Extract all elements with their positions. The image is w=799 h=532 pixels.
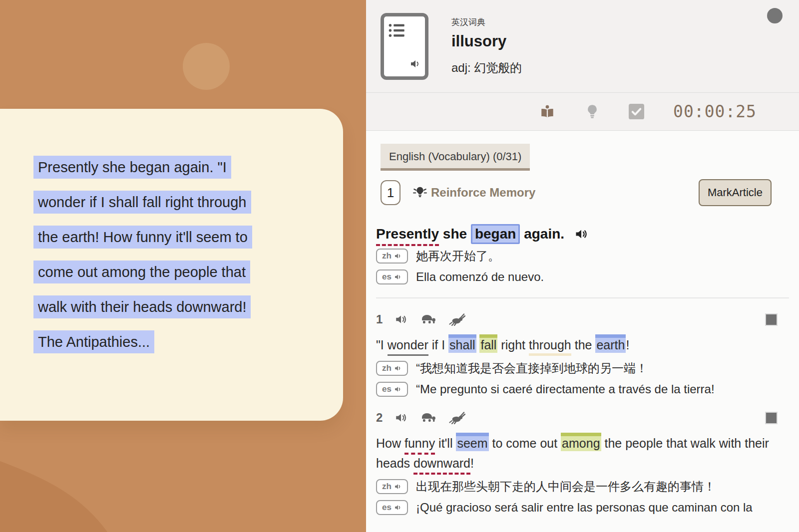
translation-row: zh 她再次开始了。 xyxy=(376,248,772,264)
word-segment[interactable]: funny xyxy=(404,436,435,455)
language-audio-badge[interactable]: es xyxy=(376,382,408,397)
word-segment: ! xyxy=(626,338,629,352)
sentence-block: 2 How funny it'll seem to come out among… xyxy=(376,411,772,515)
stop-button[interactable] xyxy=(765,412,778,424)
highlighted-line-text: come out among the people that xyxy=(33,261,250,283)
highlighted-line-text: wonder if I shall fall right through xyxy=(33,191,251,214)
speaker-icon xyxy=(394,273,402,281)
decorative-wave xyxy=(0,447,165,532)
translation-row: es “Me pregunto si caeré directamente a … xyxy=(376,381,772,397)
rabbit-fast-speed-icon[interactable] xyxy=(448,313,465,326)
stop-button[interactable] xyxy=(765,313,778,326)
translation-text: Ella comenzó de nuevo. xyxy=(416,269,544,284)
highlighted-line-text: the earth! How funny it'll seem to xyxy=(33,226,252,249)
study-content: English (Vocabulary) (0/31) 1 Reinforce … xyxy=(366,131,799,515)
study-timer: 00:00:25 xyxy=(673,102,757,121)
turtle-slow-speed-icon[interactable] xyxy=(419,412,436,423)
language-audio-badge[interactable]: zh xyxy=(376,249,408,264)
highlighted-line: walk with their heads downward! xyxy=(33,295,343,318)
speaker-icon xyxy=(394,252,402,260)
sentence-list: 1 "I wonder if I shall fall right throug… xyxy=(376,312,772,515)
translation-text: 出现在那些头朝下走的人中间会是一件多么有趣的事情！ xyxy=(416,479,716,494)
word-segment: if I xyxy=(428,338,448,352)
word-segment: right xyxy=(497,338,529,352)
highlighted-line-text: walk with their heads downward! xyxy=(33,295,251,318)
highlighted-line: The Antipathies... xyxy=(33,330,343,353)
sentence-block: 1 "I wonder if I shall fall right throug… xyxy=(376,312,772,397)
highlighted-line: the earth! How funny it'll seem to xyxy=(33,226,343,249)
word-segment: it'll xyxy=(435,436,456,450)
book-reader-icon[interactable] xyxy=(539,104,556,120)
list-icon xyxy=(389,23,405,40)
language-audio-badge[interactable]: zh xyxy=(376,479,408,494)
word-header: 英汉词典 illusory adj: 幻觉般的 xyxy=(366,0,799,93)
word-segment: "I xyxy=(376,338,388,352)
section-divider xyxy=(376,297,789,298)
translation-row: es Ella comenzó de nuevo. xyxy=(376,269,772,284)
translation-text: “Me pregunto si caeré directamente a tra… xyxy=(416,381,715,397)
flashcard-icon[interactable] xyxy=(381,13,428,80)
language-code: es xyxy=(382,384,392,394)
speaker-icon xyxy=(394,483,402,491)
translation-row: es ¡Qué gracioso será salir entre las pe… xyxy=(376,500,772,515)
turtle-slow-speed-icon[interactable] xyxy=(419,314,436,325)
word-segment[interactable]: through xyxy=(529,338,571,356)
language-audio-badge[interactable]: es xyxy=(376,500,408,515)
profile-circle[interactable] xyxy=(767,8,783,23)
word-segment: to come out xyxy=(489,436,561,450)
language-code: zh xyxy=(382,251,392,261)
toolbar: 00:00:25 xyxy=(366,93,799,131)
word-segment[interactable]: fall xyxy=(479,334,497,353)
speaker-icon[interactable] xyxy=(395,313,407,326)
language-code: zh xyxy=(382,482,392,492)
rabbit-fast-speed-icon[interactable] xyxy=(448,411,465,424)
word-segment[interactable]: seem xyxy=(456,433,488,451)
translation-row: zh “我想知道我是否会直接掉到地球的另一端！ xyxy=(376,360,772,376)
translation-row: zh 出现在那些头朝下走的人中间会是一件多么有趣的事情！ xyxy=(376,479,772,494)
word-segment: again. xyxy=(520,226,564,242)
sentence-toolbar: 1 xyxy=(376,312,772,326)
word-segment[interactable]: wonder xyxy=(388,338,428,356)
translation-text: ¡Qué gracioso será salir entre las perso… xyxy=(416,500,753,515)
decorative-circle xyxy=(183,43,230,90)
controls-row: 1 Reinforce Memory MarkArticle xyxy=(376,179,772,206)
language-audio-badge[interactable]: zh xyxy=(376,361,408,376)
tab-english-vocabulary[interactable]: English (Vocabulary) (0/31) xyxy=(381,144,530,171)
language-audio-badge[interactable]: es xyxy=(376,269,408,284)
reading-card: Presently she began again. "Iwonder if I… xyxy=(0,109,343,421)
word-segment: How xyxy=(376,436,404,450)
lightbulb-icon[interactable] xyxy=(585,103,600,120)
word-segment[interactable]: among xyxy=(561,433,601,451)
speaker-icon xyxy=(394,364,402,372)
speaker-icon xyxy=(409,58,421,72)
word-segment[interactable]: downward xyxy=(413,456,470,475)
highlighted-line-text: The Antipathies... xyxy=(33,330,154,353)
word-segment[interactable]: began xyxy=(471,224,520,244)
word-segment[interactable]: shall xyxy=(448,334,476,353)
highlighted-line: come out among the people that xyxy=(33,261,343,283)
app-window: Presently she began again. "Iwonder if I… xyxy=(0,0,799,532)
word-segment[interactable]: earth xyxy=(595,334,626,353)
translation-text: “我想知道我是否会直接掉到地球的另一端！ xyxy=(416,360,648,376)
reinforce-memory-label: Reinforce Memory xyxy=(431,186,535,200)
reinforce-memory-button[interactable]: Reinforce Memory xyxy=(412,185,535,200)
speaker-icon[interactable] xyxy=(395,411,407,424)
word-segment[interactable]: Presently xyxy=(376,226,439,246)
headword: illusory xyxy=(451,32,522,50)
sentence-number: 2 xyxy=(376,411,383,425)
highlighted-line-text: Presently she began again. "I xyxy=(33,156,231,179)
mark-article-button[interactable]: MarkArticle xyxy=(699,179,772,206)
highlighted-passage: Presently she began again. "Iwonder if I… xyxy=(33,156,343,353)
word-info: 英汉词典 illusory adj: 幻觉般的 xyxy=(451,16,522,76)
checkbox-icon[interactable] xyxy=(629,104,644,119)
highlighted-line: Presently she began again. "I xyxy=(33,156,343,179)
sentence-text: Presently she began again. xyxy=(376,226,564,242)
definition-text: adj: 幻觉般的 xyxy=(451,60,522,76)
language-code: es xyxy=(382,272,392,282)
sentence-toolbar: 2 xyxy=(376,411,772,425)
speaker-icon xyxy=(394,385,402,393)
main-translations: zh 她再次开始了。 es Ella comenzó de nuevo. xyxy=(376,248,772,284)
counter-box: 1 xyxy=(381,180,400,205)
speaker-icon[interactable] xyxy=(574,227,588,241)
dictionary-label: 英汉词典 xyxy=(451,16,522,28)
